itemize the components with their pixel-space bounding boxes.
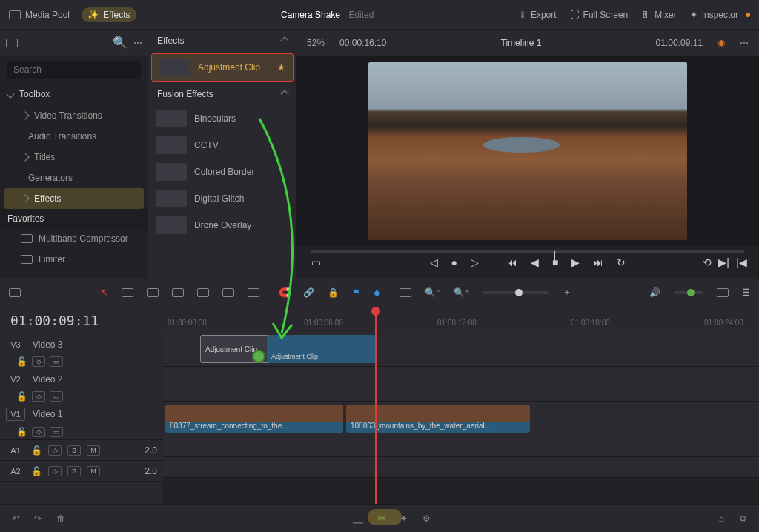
- undo-icon[interactable]: ↶: [12, 513, 19, 524]
- mute-button[interactable]: M: [87, 445, 100, 456]
- trash-icon[interactable]: 🗑: [56, 513, 65, 524]
- clip-stream[interactable]: 80377_stream_connecting_to_the...: [165, 405, 343, 433]
- timeline-view-icon[interactable]: [9, 288, 21, 297]
- timeline-name[interactable]: Timeline 1: [401, 38, 640, 48]
- solo-button[interactable]: S: [67, 445, 81, 456]
- effect-digital-glitch[interactable]: Digital Glitch: [148, 185, 296, 212]
- cut-page-icon[interactable]: ⎯⎯: [353, 513, 363, 524]
- media-pool-button[interactable]: Media Pool: [9, 10, 70, 20]
- fullscreen-button[interactable]: ⛶Full Screen: [570, 10, 629, 20]
- lock-icon[interactable]: 🔓: [16, 427, 27, 437]
- clip-adjustment-existing[interactable]: Adjustment Clip: [267, 335, 377, 363]
- effect-binoculars[interactable]: Binoculars: [148, 105, 296, 132]
- tree-effects[interactable]: Effects: [4, 188, 144, 209]
- scrub-track[interactable]: [311, 250, 744, 253]
- effect-drone-overlay[interactable]: Drone Overlay: [148, 212, 296, 239]
- arrow-tool-icon[interactable]: ↖: [101, 287, 108, 298]
- enable-icon[interactable]: ▭: [50, 427, 63, 437]
- color-page-icon[interactable]: ⚙: [422, 513, 431, 524]
- mixer-button[interactable]: 🎚Mixer: [641, 10, 676, 20]
- home-icon[interactable]: ⌂: [719, 513, 724, 524]
- favorite-limiter[interactable]: Limiter: [0, 249, 148, 270]
- track-head-a2[interactable]: A2 🔓◇ S M 2.0: [0, 461, 163, 482]
- step-back-icon[interactable]: ◀: [531, 256, 539, 268]
- next-edit-icon[interactable]: ▷: [471, 256, 479, 268]
- dot-icon[interactable]: ●: [451, 256, 457, 268]
- link-icon[interactable]: 🔗: [303, 287, 314, 298]
- tree-generators[interactable]: Generators: [0, 167, 148, 188]
- dynamic-trim-icon[interactable]: [147, 288, 159, 297]
- mute-button[interactable]: M: [87, 466, 100, 476]
- marker-icon[interactable]: ◆: [374, 287, 380, 298]
- timeline-ruler[interactable]: 01:00:00:00 01:00:06:00 01:00:12:00 01:0…: [163, 305, 759, 332]
- in-point-icon[interactable]: ▶|: [718, 256, 729, 268]
- enable-icon[interactable]: ▭: [50, 356, 63, 367]
- auto-select-icon[interactable]: ◇: [48, 466, 62, 476]
- trim-tool-icon[interactable]: [122, 288, 133, 297]
- redo-icon[interactable]: ↷: [34, 513, 42, 524]
- auto-select-icon[interactable]: ◇: [32, 356, 45, 367]
- scrub-indicator[interactable]: [554, 251, 555, 260]
- toolbox-header[interactable]: Toolbox: [0, 83, 148, 105]
- volume-slider[interactable]: [674, 291, 703, 294]
- out-point-icon[interactable]: |◀: [736, 256, 747, 268]
- track-head-a1[interactable]: A1 🔓◇ S M 2.0: [0, 440, 163, 461]
- go-end-icon[interactable]: ⏭: [593, 256, 603, 268]
- more-icon[interactable]: ⋯: [740, 38, 749, 48]
- lock-icon[interactable]: 🔓: [31, 445, 42, 456]
- slider-thumb[interactable]: [515, 289, 523, 296]
- auto-select-icon[interactable]: ◇: [48, 445, 62, 456]
- export-button[interactable]: ⇪Export: [519, 10, 557, 20]
- settings-icon[interactable]: ⚙: [739, 513, 747, 524]
- zoom-in-icon[interactable]: 🔍⁺: [454, 287, 469, 298]
- match-frame-icon[interactable]: ⟲: [703, 256, 712, 268]
- search-input[interactable]: [7, 61, 141, 79]
- inspector-button[interactable]: ✦Inspector: [690, 10, 750, 20]
- more-icon[interactable]: ⋯: [133, 38, 142, 48]
- zoom-slider[interactable]: [483, 291, 549, 294]
- track-lane-a1[interactable]: [163, 436, 759, 457]
- prev-edit-icon[interactable]: ◁: [430, 256, 438, 268]
- zoom-fit-icon[interactable]: [400, 288, 411, 297]
- playhead[interactable]: [375, 311, 377, 504]
- effect-cctv[interactable]: CCTV: [148, 132, 296, 159]
- enable-icon[interactable]: ▭: [50, 391, 63, 402]
- zoom-out-icon[interactable]: 🔍⁻: [425, 287, 440, 298]
- effect-adjustment-clip[interactable]: Adjustment Clip ★: [151, 53, 294, 82]
- track-head-v1[interactable]: V1Video 1 🔓◇▭: [0, 405, 163, 440]
- slider-thumb[interactable]: [687, 289, 695, 296]
- timeline-body[interactable]: 01:00:00:00 01:00:06:00 01:00:12:00 01:0…: [163, 305, 759, 504]
- favorite-multiband[interactable]: Multiband Compressor: [0, 228, 148, 249]
- blade-tool-icon[interactable]: [172, 288, 184, 297]
- viewer-body[interactable]: [296, 56, 759, 246]
- track-head-v3[interactable]: V3Video 3 🔓◇▭: [0, 336, 163, 370]
- replace-tool-icon[interactable]: [248, 288, 259, 297]
- track-lane-v1[interactable]: 80377_stream_connecting_to_the... 108863…: [163, 402, 759, 436]
- flag-icon[interactable]: ⚑: [352, 287, 360, 298]
- effect-colored-border[interactable]: Colored Border: [148, 159, 296, 185]
- tree-titles[interactable]: Titles: [0, 147, 148, 167]
- volume-icon[interactable]: 🔊: [649, 287, 660, 298]
- color-wheel-icon[interactable]: ◉: [717, 38, 725, 48]
- frame-icon[interactable]: ▭: [311, 256, 321, 268]
- solo-button[interactable]: S: [67, 466, 81, 476]
- layout-toggle-button[interactable]: [6, 39, 18, 47]
- go-start-icon[interactable]: ⏮: [507, 256, 517, 268]
- search-icon[interactable]: 🔍: [113, 36, 127, 50]
- star-icon[interactable]: ★: [277, 62, 285, 73]
- lock-icon[interactable]: 🔒: [328, 287, 339, 298]
- lock-icon[interactable]: 🔓: [31, 466, 42, 476]
- effects-section-header[interactable]: Effects: [148, 30, 296, 52]
- overwrite-tool-icon[interactable]: [222, 288, 234, 297]
- fusion-section-header[interactable]: Fusion Effects: [148, 83, 296, 105]
- track-head-v2[interactable]: V2Video 2 🔓◇▭: [0, 370, 163, 405]
- tree-video-transitions[interactable]: Video Transitions: [0, 105, 148, 126]
- play-icon[interactable]: ▶: [571, 256, 580, 268]
- track-lane-v2[interactable]: [163, 367, 759, 402]
- loop-icon[interactable]: ↻: [617, 256, 626, 268]
- track-lane-a2[interactable]: [163, 457, 759, 478]
- track-lane-v3[interactable]: Adjustment Clip Adjustment Clip: [163, 332, 759, 367]
- lock-icon[interactable]: 🔓: [16, 391, 27, 402]
- auto-select-icon[interactable]: ◇: [32, 391, 45, 402]
- zoom-level[interactable]: 52%: [307, 38, 325, 48]
